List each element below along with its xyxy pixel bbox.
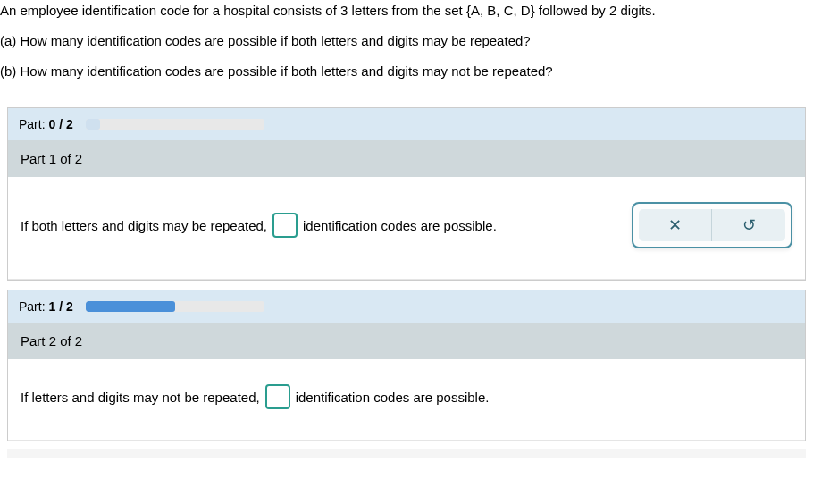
progress-bar-1 [86,119,264,130]
answer-input-1[interactable] [272,213,298,238]
progress-header-2: Part: 1 / 2 [8,290,805,323]
part-title-1: Part 1 of 2 [8,140,805,177]
part-container-2: Part: 1 / 2 Part 2 of 2 If letters and d… [7,290,806,441]
answer-sentence-1: If both letters and digits may be repeat… [21,213,497,238]
problem-intro: An employee identification code for a ho… [0,0,813,21]
sentence-before-1: If both letters and digits may be repeat… [21,218,267,233]
sentence-before-2: If letters and digits may not be repeate… [21,390,260,405]
problem-statement: An employee identification code for a ho… [0,0,813,98]
close-icon: ✕ [668,215,682,235]
progress-bar-2 [86,301,264,312]
progress-label-1: Part: 0 / 2 [19,117,73,131]
part-container-1: Part: 0 / 2 Part 1 of 2 If both letters … [7,107,806,281]
part-body-1: If both letters and digits may be repeat… [8,177,805,280]
problem-question-b: (b) How many identification codes are po… [0,61,813,82]
sentence-after-2: identification codes are possible. [296,390,490,405]
sentence-after-1: identification codes are possible. [303,218,497,233]
progress-fill-1 [86,119,100,130]
part-body-2: If letters and digits may not be repeate… [8,359,805,441]
problem-question-a: (a) How many identification codes are po… [0,30,813,52]
progress-fill-2 [86,301,175,312]
answer-sentence-2: If letters and digits may not be repeate… [21,384,489,409]
footer-strip [7,449,806,458]
answer-input-2[interactable] [265,384,290,409]
clear-button[interactable]: ✕ [639,209,712,241]
progress-label-2: Part: 1 / 2 [19,299,73,314]
reset-button[interactable]: ↺ [712,209,785,241]
progress-header-1: Part: 0 / 2 [8,108,805,140]
undo-icon: ↺ [742,215,756,235]
part-title-2: Part 2 of 2 [8,323,805,359]
answer-toolbar: ✕ ↺ [632,202,792,248]
